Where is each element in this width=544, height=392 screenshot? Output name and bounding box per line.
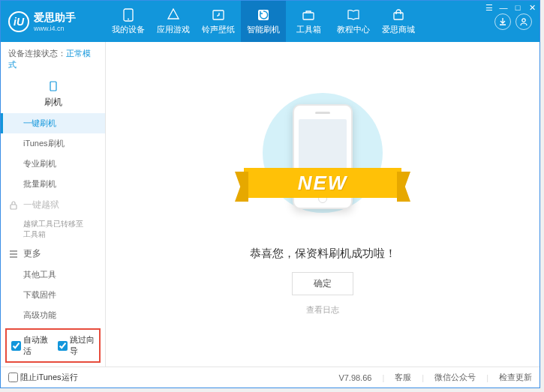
sidebar-section-flash[interactable]: 刷机 [1,76,105,113]
menu-icon [8,249,19,259]
flash-icon [257,8,270,22]
jailbreak-note: 越狱工具已转移至 工具箱 [1,216,105,243]
svg-point-1 [128,18,129,19]
main-content: NEW 恭喜您，保资料刷机成功啦！ 确定 查看日志 [106,42,539,367]
maximize-button[interactable]: □ [512,2,524,13]
nav-label: 我的设备 [112,24,145,35]
nav-toolbox[interactable]: 工具箱 [286,1,331,42]
svg-rect-5 [394,13,403,19]
download-button[interactable] [494,13,511,30]
phone-small-icon [48,81,59,91]
checkbox-auto-activate[interactable]: 自动激活 [11,334,49,357]
nav-label: 爱思商城 [382,24,415,35]
customer-service-link[interactable]: 客服 [395,372,411,383]
svg-rect-7 [50,82,56,91]
nav-label: 智能刷机 [247,24,280,35]
toolbox-icon [302,8,315,22]
ok-button[interactable]: 确定 [292,272,353,295]
success-illustration: NEW [248,93,398,228]
options-highlight-box: 自动激活 跳过向导 [5,328,101,363]
app-title: 爱思助手 [34,11,76,25]
version-label: V7.98.66 [338,373,371,382]
nav-label: 工具箱 [296,24,321,35]
settings-menu-icon[interactable]: ☰ [483,2,495,13]
view-log-link[interactable]: 查看日志 [306,304,339,316]
svg-rect-4 [303,13,314,19]
top-nav: 我的设备 应用游戏 铃声壁纸 智能刷机 工具箱 教程中心 [106,1,494,42]
minimize-button[interactable]: — [497,2,509,13]
user-button[interactable] [515,13,532,30]
close-button[interactable]: ✕ [526,2,538,13]
sidebar-item-advanced[interactable]: 高级功能 [1,305,105,325]
nav-apps-games[interactable]: 应用游戏 [151,1,196,42]
app-url: www.i4.cn [34,25,76,32]
book-icon [347,8,360,22]
sidebar-item-batch-flash[interactable]: 批量刷机 [1,174,105,194]
ribbon-text: NEW [298,172,348,195]
nav-store[interactable]: 爱思商城 [376,1,421,42]
sidebar-section-more[interactable]: 更多 [1,243,105,265]
store-icon [392,8,405,22]
nav-label: 铃声壁纸 [202,24,235,35]
sidebar-item-oneclick-flash[interactable]: 一键刷机 [1,113,105,133]
sidebar: 设备连接状态：正常模式 刷机 一键刷机 iTunes刷机 专业刷机 批量刷机 一… [1,42,106,367]
logo-area: iU 爱思助手 www.i4.cn [8,11,106,32]
nav-tutorials[interactable]: 教程中心 [331,1,376,42]
checkbox-skip-guide[interactable]: 跳过向导 [58,334,95,357]
music-icon [212,8,225,22]
sidebar-item-other-tools[interactable]: 其他工具 [1,265,105,285]
checkbox-block-itunes[interactable]: 阻止iTunes运行 [8,372,78,383]
nav-my-device[interactable]: 我的设备 [106,1,151,42]
section-label: 一键越狱 [23,199,59,211]
section-label: 更多 [23,247,41,260]
sidebar-section-jailbreak[interactable]: 一键越狱 [1,194,105,216]
sidebar-item-itunes-flash[interactable]: iTunes刷机 [1,133,105,154]
logo-icon: iU [8,11,29,32]
success-message: 恭喜您，保资料刷机成功啦！ [250,247,396,261]
wechat-link[interactable]: 微信公众号 [434,372,476,383]
apps-icon [167,8,180,22]
sidebar-item-download-firmware[interactable]: 下载固件 [1,285,105,305]
svg-rect-8 [11,205,17,209]
connection-status: 设备连接状态：正常模式 [1,42,105,76]
svg-point-6 [522,18,525,21]
nav-ringtone-wallpaper[interactable]: 铃声壁纸 [196,1,241,42]
footer: 阻止iTunes运行 V7.98.66 | 客服 | 微信公众号 | 检查更新 [1,367,539,388]
sidebar-item-pro-flash[interactable]: 专业刷机 [1,154,105,174]
check-update-link[interactable]: 检查更新 [499,372,532,383]
phone-icon [122,8,135,22]
lock-icon [8,200,19,211]
nav-label: 应用游戏 [157,24,190,35]
nav-label: 教程中心 [337,24,370,35]
nav-smart-flash[interactable]: 智能刷机 [241,1,286,42]
app-header: iU 爱思助手 www.i4.cn 我的设备 应用游戏 铃声壁纸 智能刷机 [1,1,539,42]
section-label: 刷机 [44,96,62,109]
